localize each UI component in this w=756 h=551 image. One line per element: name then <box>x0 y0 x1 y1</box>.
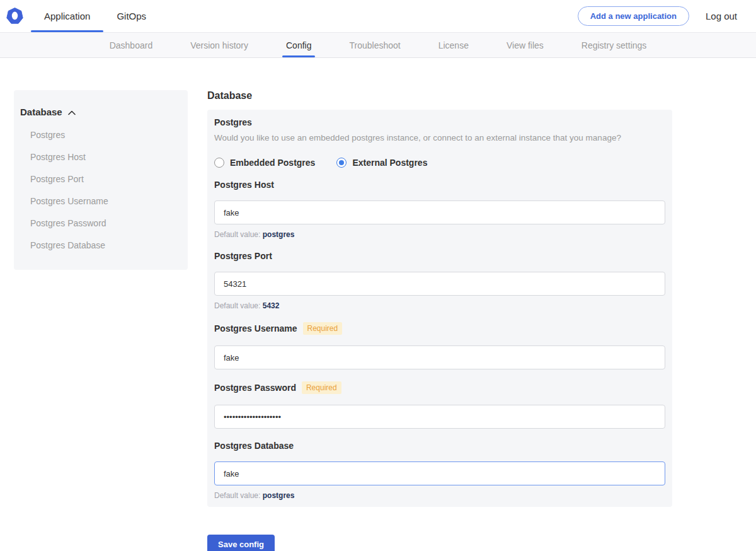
config-form-area: Database Postgres Would you like to use … <box>207 90 672 551</box>
subnav-version-history[interactable]: Version history <box>190 33 248 57</box>
tab-application-label: Application <box>44 11 90 21</box>
field-postgres-username-label-text: Postgres Username <box>214 323 297 334</box>
default-value-label: Default value: <box>214 230 260 239</box>
tab-application[interactable]: Application <box>31 0 103 32</box>
postgres-database-default-helper: Default value: postgres <box>214 491 665 500</box>
top-nav-right: Add a new application Log out <box>578 6 756 26</box>
field-postgres-password: Postgres Password Required <box>214 381 665 429</box>
top-nav: Application GitOps Add a new application… <box>0 0 756 32</box>
postgres-port-input[interactable] <box>214 272 665 296</box>
group-description: Would you like to use an embedded postgr… <box>214 133 665 142</box>
field-postgres-host-label: Postgres Host <box>214 180 665 190</box>
subnav-config[interactable]: Config <box>286 33 311 57</box>
subnav-troubleshoot-label: Troubleshoot <box>349 40 400 50</box>
postgres-database-input[interactable] <box>214 461 665 485</box>
field-postgres-database-label: Postgres Database <box>214 441 665 451</box>
default-value-text: postgres <box>263 230 295 239</box>
subnav-dashboard-label: Dashboard <box>110 40 153 50</box>
section-title: Database <box>207 90 672 102</box>
top-tabs: Application GitOps <box>31 0 159 32</box>
sidebar-item-postgres-username[interactable]: Postgres Username <box>14 190 188 212</box>
tab-gitops-label: GitOps <box>117 11 146 21</box>
radio-embedded-postgres[interactable] <box>214 158 224 168</box>
subnav-dashboard[interactable]: Dashboard <box>110 33 153 57</box>
required-badge: Required <box>302 381 341 394</box>
field-postgres-database: Postgres Database Default value: postgre… <box>214 441 665 500</box>
subnav-license[interactable]: License <box>438 33 469 57</box>
default-value-label: Default value: <box>214 301 260 310</box>
save-config-button[interactable]: Save config <box>207 535 275 551</box>
logout-link[interactable]: Log out <box>706 11 737 21</box>
field-postgres-database-label-text: Postgres Database <box>214 441 294 451</box>
subnav-registry-settings-label: Registry settings <box>581 40 646 50</box>
field-postgres-password-label: Postgres Password Required <box>214 381 665 394</box>
subnav-registry-settings[interactable]: Registry settings <box>581 33 646 57</box>
default-value-label: Default value: <box>214 491 260 500</box>
database-config-panel: Postgres Would you like to use an embedd… <box>207 110 672 507</box>
app-sub-nav: Dashboard Version history Config Trouble… <box>0 32 756 58</box>
subnav-view-files[interactable]: View files <box>507 33 544 57</box>
radio-option-embedded-postgres[interactable]: Embedded Postgres <box>214 158 315 168</box>
field-postgres-username-label: Postgres Username Required <box>214 322 665 335</box>
default-value-text: postgres <box>263 491 295 500</box>
postgres-port-default-helper: Default value: 5432 <box>214 301 665 310</box>
default-value-text: 5432 <box>263 301 280 310</box>
field-postgres-username: Postgres Username Required <box>214 322 665 369</box>
subnav-troubleshoot[interactable]: Troubleshoot <box>349 33 400 57</box>
chevron-up-icon <box>68 110 76 115</box>
postgres-username-input[interactable] <box>214 345 665 369</box>
sidebar-item-postgres[interactable]: Postgres <box>14 124 188 146</box>
field-postgres-host: Postgres Host Default value: postgres <box>214 180 665 239</box>
kots-logo-icon[interactable] <box>6 8 23 25</box>
postgres-password-input[interactable] <box>214 405 665 429</box>
radio-embedded-postgres-label: Embedded Postgres <box>230 158 315 168</box>
radio-option-external-postgres[interactable]: External Postgres <box>336 158 427 168</box>
postgres-type-radio-group: Embedded Postgres External Postgres <box>214 158 665 168</box>
add-application-button[interactable]: Add a new application <box>578 6 689 26</box>
sidebar-item-postgres-port[interactable]: Postgres Port <box>14 168 188 190</box>
group-title: Postgres <box>214 117 665 127</box>
field-postgres-port-label-text: Postgres Port <box>214 251 272 261</box>
required-badge: Required <box>303 322 343 335</box>
sidebar-item-postgres-database[interactable]: Postgres Database <box>14 235 188 257</box>
field-postgres-port-label: Postgres Port <box>214 251 665 261</box>
sidebar-item-postgres-password[interactable]: Postgres Password <box>14 212 188 235</box>
subnav-version-history-label: Version history <box>190 40 248 50</box>
sidebar-group-title-label: Database <box>20 107 62 117</box>
config-sidebar: Database Postgres Postgres Host Postgres… <box>14 90 188 270</box>
config-page: Database Postgres Postgres Host Postgres… <box>0 58 756 551</box>
tab-gitops[interactable]: GitOps <box>103 0 159 32</box>
postgres-host-default-helper: Default value: postgres <box>214 230 665 239</box>
subnav-config-label: Config <box>286 40 311 50</box>
sidebar-item-postgres-host[interactable]: Postgres Host <box>14 146 188 168</box>
radio-external-postgres[interactable] <box>336 158 346 168</box>
field-postgres-password-label-text: Postgres Password <box>214 383 296 393</box>
sidebar-group-database-toggle[interactable]: Database <box>14 107 188 117</box>
field-postgres-host-label-text: Postgres Host <box>214 180 274 190</box>
subnav-license-label: License <box>438 40 469 50</box>
postgres-host-input[interactable] <box>214 200 665 224</box>
sidebar-items: Postgres Postgres Host Postgres Port Pos… <box>14 124 188 257</box>
field-postgres-port: Postgres Port Default value: 5432 <box>214 251 665 310</box>
radio-external-postgres-label: External Postgres <box>352 158 427 168</box>
subnav-view-files-label: View files <box>507 40 544 50</box>
